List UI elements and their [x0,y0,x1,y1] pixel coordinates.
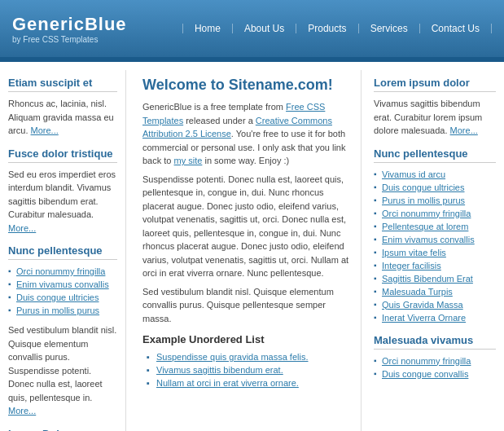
main-content: Welcome to Sitename.com! GenericBlue is … [134,70,362,431]
list-link[interactable]: Ipsum vitae felis [382,248,446,257]
right-list-2: Orci nonummy fringillaDuis congue conval… [374,354,496,380]
list-item: Malesuada Turpis [374,285,496,298]
left-section-heading-2: Fusce dolor tristique [8,147,117,163]
list-link[interactable]: Enim vivamus convallis [382,235,475,244]
right-section-heading-1: Lorem ipsum dolor [374,77,496,92]
nav-item-home[interactable]: Home [182,24,233,33]
sidebar-right: Lorem ipsum dolor Vivamus sagittis biben… [370,70,496,431]
list-item: Integer facilisis [374,259,496,272]
left-section-heading-1: Etiam suscipit et [8,77,117,92]
main-para-2: Sed vestibulum blandit nisl. Quisque ele… [142,285,353,326]
logo-area: GenericBlue by Free CSS Templates [12,14,127,44]
left-more-2[interactable]: More... [8,223,36,233]
list-link[interactable]: Duis congue convallis [382,369,468,379]
main-nav: HomeAbout UsProductsServicesContact Us [182,24,492,33]
list-item: Purus in mollis purus [8,304,117,317]
list-link[interactable]: Purus in mollis purus [16,306,99,315]
left-para-3: Sed vestibulum blandit nisl. Quisque ele… [8,323,117,418]
main-unordered-list: Suspendisse quis gravida massa felis.Viv… [147,350,353,389]
list-item: Sagittis Bibendum Erat [374,272,496,285]
nav-item-services[interactable]: Services [359,24,420,33]
list-item: Duis congue convallis [374,367,496,380]
main-list-heading: Example Unordered List [142,333,353,345]
left-section-heading-4: Ipsum Dolorem [8,428,117,432]
header: GenericBlue by Free CSS Templates HomeAb… [0,0,504,57]
list-item: Suspendisse quis gravida massa felis. [147,350,353,363]
list-link[interactable]: Vivamus sagittis bibendum erat. [156,365,283,375]
list-link[interactable]: Orci nonummy fringilla [16,266,105,276]
right-section-heading-3: Malesuada vivamus [374,334,496,350]
list-item: Quis Gravida Massa [374,298,496,311]
main-para-1: Suspendisse potenti. Donec nulla est, la… [142,173,353,280]
list-item: Enim vivamus convallis [8,278,117,291]
list-link[interactable]: Inerat Viverra Ornare [382,313,466,323]
nav-item-about-us[interactable]: About Us [233,24,296,33]
list-item: Purus in mollis purus [374,194,496,207]
left-list-1: Orci nonummy fringillaEnim vivamus conva… [8,265,117,317]
logo-subtitle: by Free CSS Templates [12,35,127,44]
list-item: Duis congue ultricies [8,291,117,304]
right-section-heading-2: Nunc pellentesque [374,147,496,163]
list-item: Ipsum vitae felis [374,246,496,259]
left-section-heading-3: Nunc pellentesque [8,244,117,260]
list-link[interactable]: Pellentesque at lorem [382,222,468,231]
list-link[interactable]: Vivamus id arcu [382,169,445,179]
list-link[interactable]: Enim vivamus convallis [16,279,109,289]
mysite-link[interactable]: my site [174,156,203,165]
right-list-1: Vivamus id arcuDuis congue ultriciesPuru… [374,168,496,324]
logo-title: GenericBlue [12,14,127,35]
list-item: Vivamus id arcu [374,168,496,181]
list-link[interactable]: Orci nonummy fringilla [382,209,471,218]
list-link[interactable]: Malesuada Turpis [382,287,453,297]
list-link[interactable]: Nullam at orci in erat viverra ornare. [156,378,299,388]
list-link[interactable]: Integer facilisis [382,261,441,270]
list-link[interactable]: Orci nonummy fringilla [382,356,471,366]
right-para-1: Vivamus sagittis bibendum erat. Curabitu… [374,97,496,138]
nav-item-contact-us[interactable]: Contact Us [420,24,492,33]
right-more-1[interactable]: More... [450,125,478,135]
left-more-1[interactable]: More... [31,125,59,135]
main-intro: GenericBlue is a free template from Free… [142,100,353,168]
nav-item-products[interactable]: Products [296,24,358,33]
list-item: Inerat Viverra Ornare [374,311,496,324]
list-item: Duis congue ultricies [374,181,496,194]
left-para-1: Rhoncus ac, lacinia, nisl. Aliquam gravi… [8,97,117,138]
list-item: Nullam at orci in erat viverra ornare. [147,376,353,389]
list-item: Orci nonummy fringilla [8,265,117,278]
page-title: Welcome to Sitename.com! [142,77,353,94]
left-more-3[interactable]: More... [8,406,36,416]
list-link[interactable]: Quis Gravida Massa [382,300,463,310]
content-wrap: Etiam suscipit et Rhoncus ac, lacinia, n… [0,62,504,431]
list-link[interactable]: Duis congue ultricies [382,183,465,192]
list-link[interactable]: Purus in mollis purus [382,196,465,205]
list-link[interactable]: Duis congue ultricies [16,292,99,302]
left-para-2: Sed eu eros imperdiet eros interdum blan… [8,168,117,235]
list-item: Orci nonummy fringilla [374,207,496,220]
list-item: Pellentesque at lorem [374,220,496,233]
sidebar-left: Etiam suscipit et Rhoncus ac, lacinia, n… [8,70,126,431]
list-item: Orci nonummy fringilla [374,354,496,367]
list-item: Vivamus sagittis bibendum erat. [147,363,353,376]
list-link[interactable]: Sagittis Bibendum Erat [382,274,473,284]
list-item: Enim vivamus convallis [374,233,496,246]
list-link[interactable]: Suspendisse quis gravida massa felis. [156,352,308,362]
